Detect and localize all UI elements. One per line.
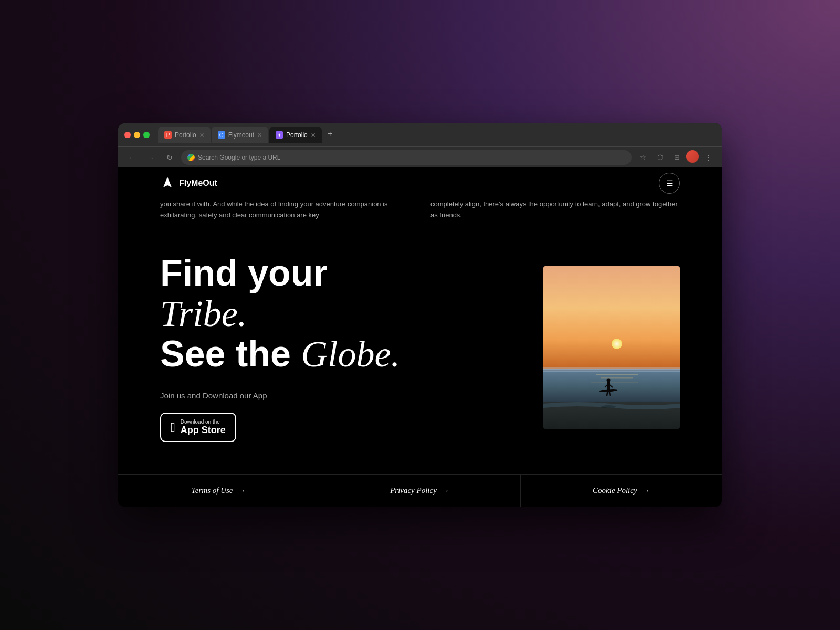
tab-portolio-2[interactable]: ✦ Portolio ✕ [269, 127, 322, 143]
maximize-button[interactable] [143, 132, 150, 138]
svg-rect-4 [543, 368, 680, 370]
hero-subtitle: Join us and Download our App [160, 391, 410, 400]
tab-close-3[interactable]: ✕ [311, 132, 316, 139]
top-right-text: completely align, there's always the opp… [430, 199, 680, 221]
svg-rect-8 [591, 382, 638, 383]
new-tab-button[interactable]: + [323, 127, 338, 141]
site-logo: FlyMeOut [160, 176, 217, 191]
app-store-line1: Download on the [181, 419, 220, 425]
footer-cookie-arrow: → [643, 487, 650, 495]
tab-bar: P Portolio ✕ G Flymeout ✕ ✦ Portolio ✕ + [158, 127, 716, 143]
footer-cookie-label: Cookie Policy [593, 486, 637, 495]
tab-flymeout[interactable]: G Flymeout ✕ [212, 127, 268, 143]
more-options-button[interactable]: ⋮ [701, 150, 716, 165]
site-logo-text: FlyMeOut [179, 178, 217, 188]
svg-rect-7 [601, 377, 633, 379]
traffic-lights [124, 132, 150, 138]
forward-button[interactable]: → [143, 150, 158, 165]
svg-marker-0 [163, 177, 172, 187]
hero-right [430, 266, 680, 429]
footer-link-privacy[interactable]: Privacy Policy → [319, 475, 520, 507]
svg-point-2 [612, 339, 622, 349]
reload-button[interactable]: ↻ [162, 150, 177, 165]
svg-rect-1 [543, 266, 680, 371]
footer-terms-label: Terms of Use [192, 486, 233, 495]
hero-title-line2: See the Globe. [160, 334, 410, 374]
address-bar-text: Search Google or type a URL [198, 154, 280, 161]
page-footer: Terms of Use → Privacy Policy → Cookie P… [118, 474, 722, 507]
footer-privacy-label: Privacy Policy [390, 486, 437, 495]
hero-title-globe: Globe. [301, 334, 400, 374]
tab-label-portolio-2: Portolio [286, 131, 308, 139]
tab-label-portolio-1: Portolio [175, 131, 196, 139]
top-left-text: you share it with. And while the idea of… [160, 199, 410, 221]
footer-link-cookie[interactable]: Cookie Policy → [521, 475, 722, 507]
profile-avatar[interactable] [686, 150, 699, 163]
close-button[interactable] [124, 132, 131, 138]
apple-icon:  [171, 420, 175, 435]
tab-favicon-portolio-1: P [164, 131, 172, 139]
browser-window: P Portolio ✕ G Flymeout ✕ ✦ Portolio ✕ +… [118, 123, 722, 507]
svg-rect-11 [607, 382, 610, 390]
hero-title-see-the: See the [160, 333, 301, 374]
tab-close-2[interactable]: ✕ [257, 132, 262, 139]
back-button[interactable]: ← [124, 150, 139, 165]
footer-terms-arrow: → [238, 487, 245, 495]
tab-favicon-flymeout: G [218, 131, 225, 139]
footer-privacy-arrow: → [442, 487, 449, 495]
page-content: FlyMeOut ☰ you share it with. And while … [118, 167, 722, 507]
svg-rect-6 [596, 374, 638, 375]
google-icon [187, 154, 195, 161]
hero-title-line1: Find your Tribe. [160, 253, 410, 334]
tab-label-flymeout: Flymeout [228, 131, 254, 139]
tab-favicon-portolio-2: ✦ [276, 131, 283, 139]
svg-point-17 [601, 405, 616, 408]
menu-button[interactable]: ☰ [659, 173, 680, 194]
bookmark-button[interactable]: ☆ [636, 150, 650, 165]
nav-actions: ☆ ⬡ ⊞ ⋮ [636, 150, 716, 165]
app-store-text: Download on the App Store [181, 419, 226, 436]
app-store-line2: App Store [181, 425, 226, 436]
svg-point-10 [607, 378, 611, 382]
app-store-button[interactable]:  Download on the App Store [160, 413, 236, 442]
minimize-button[interactable] [134, 132, 140, 138]
hero-left: Find your Tribe. See the Globe. Join us … [160, 253, 410, 442]
split-view-button[interactable]: ⊞ [669, 150, 684, 165]
hero-title-tribe: Tribe. [160, 293, 247, 334]
hero-image [543, 266, 680, 429]
address-bar[interactable]: Search Google or type a URL [181, 150, 632, 165]
logo-icon [160, 176, 175, 191]
tab-close-1[interactable]: ✕ [200, 132, 204, 139]
sunset-scene-svg [543, 266, 680, 429]
hero-title-find-your: Find your [160, 253, 328, 293]
footer-link-terms[interactable]: Terms of Use → [118, 475, 319, 507]
hero-section: Find your Tribe. See the Globe. Join us … [118, 232, 722, 474]
hero-title: Find your Tribe. See the Globe. [160, 253, 410, 374]
title-bar: P Portolio ✕ G Flymeout ✕ ✦ Portolio ✕ + [118, 123, 722, 146]
nav-bar: ← → ↻ Search Google or type a URL ☆ ⬡ ⊞ … [118, 146, 722, 167]
extensions-button[interactable]: ⬡ [653, 150, 667, 165]
tab-portolio-1[interactable]: P Portolio ✕ [158, 127, 211, 143]
svg-rect-5 [543, 371, 680, 372]
site-navbar: FlyMeOut ☰ [118, 167, 722, 199]
